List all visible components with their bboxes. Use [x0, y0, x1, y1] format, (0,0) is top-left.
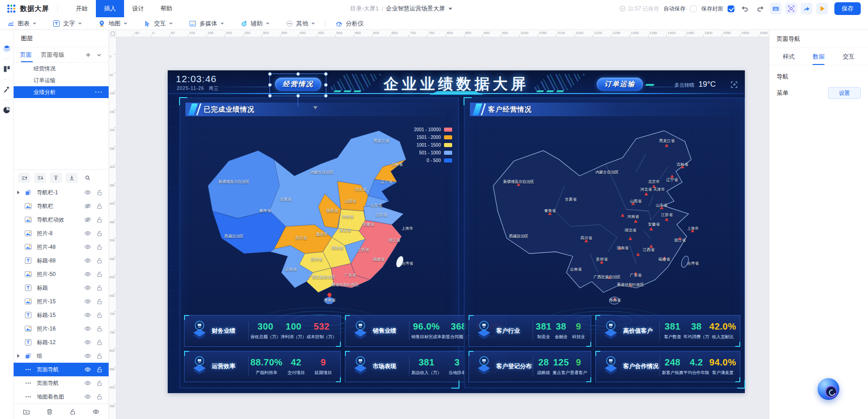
visibility-on-icon[interactable]: [84, 352, 91, 360]
menubar-menu[interactable]: 开始: [68, 0, 96, 17]
page-item[interactable]: 经营情况: [14, 63, 109, 74]
layer-row[interactable]: 标题-15: [14, 308, 109, 322]
stat-card[interactable]: 客户登记分布28战略级125重点客户9普通客户: [469, 351, 591, 383]
insert-tool-7[interactable]: 其他: [286, 20, 315, 28]
assistant-button[interactable]: [818, 378, 839, 400]
layer-row[interactable]: 页面导航: [14, 376, 109, 390]
breadcrumb-current[interactable]: 企业智慧运营场景大屏: [386, 5, 445, 13]
unlock-icon[interactable]: [96, 366, 103, 373]
breadcrumb[interactable]: 目录-大屏1 / 企业智慧运营场景大屏: [350, 0, 452, 17]
choropleth-map-china[interactable]: 黑龙江省内蒙古自治区吉林省辽宁省新疆维吾尔自治区甘肃省青海省西藏自治区四川省云南…: [190, 118, 449, 312]
visibility-off-icon[interactable]: [84, 216, 91, 223]
layer-row[interactable]: 标题-88: [14, 254, 109, 267]
selection-handle[interactable]: [268, 83, 272, 87]
autosave-checkbox[interactable]: [690, 5, 697, 12]
caret-right-icon[interactable]: [17, 354, 23, 358]
unlock-icon[interactable]: [96, 298, 103, 305]
unlock-icon[interactable]: [96, 325, 103, 332]
page-item[interactable]: 订单运输: [14, 74, 109, 86]
selection-handle[interactable]: [268, 72, 272, 76]
send-back-icon[interactable]: [66, 173, 78, 183]
panel-completed-performance[interactable]: 已完成业绩情况 2001 - 100001501 - 20001001 - 15…: [180, 98, 459, 388]
selection-box[interactable]: [269, 74, 326, 96]
insert-tool-2[interactable]: 文字: [53, 20, 82, 28]
layer-row[interactable]: 照片-48: [14, 240, 109, 254]
caret-right-icon[interactable]: [17, 191, 23, 194]
design-canvas[interactable]: -500501001502002503003504004505005506006…: [109, 30, 769, 419]
visibility-on-icon[interactable]: [84, 339, 91, 346]
move-up-icon[interactable]: [18, 173, 30, 183]
trash-icon[interactable]: [46, 408, 53, 415]
save-cover-checkbox[interactable]: [728, 5, 734, 12]
stat-card[interactable]: 运营效率88.70%产能利用率42交付项目9延期项目: [184, 351, 341, 383]
redo-icon[interactable]: [754, 3, 766, 15]
visibility-on-icon[interactable]: [84, 271, 91, 278]
insert-tool-1[interactable]: 图表: [7, 20, 36, 28]
layer-row[interactable]: 导航栏动效: [14, 213, 109, 227]
insert-tool-6[interactable]: 辅助: [240, 20, 269, 28]
unlock-icon[interactable]: [96, 393, 103, 400]
layers-tab[interactable]: 页面: [20, 47, 32, 62]
folder-add-icon[interactable]: [23, 408, 30, 415]
layer-row[interactable]: 导航栏: [14, 199, 109, 213]
eye-icon[interactable]: [92, 408, 100, 415]
menubar-menu[interactable]: 帮助: [152, 0, 180, 17]
unlock-icon[interactable]: [96, 284, 103, 291]
unlock-icon[interactable]: [96, 202, 103, 210]
layer-row[interactable]: 标题-12: [14, 335, 109, 349]
stat-card[interactable]: 客户行业381制造业38金融业9科技业: [469, 315, 591, 347]
pie-chart-icon[interactable]: [3, 106, 11, 114]
more-options-icon[interactable]: ···: [95, 89, 103, 95]
visibility-on-icon[interactable]: [84, 284, 91, 291]
ruler-corner[interactable]: [109, 30, 116, 37]
unlock-icon[interactable]: [96, 189, 103, 196]
visibility-on-icon[interactable]: [84, 257, 91, 264]
visibility-on-icon[interactable]: [84, 393, 91, 400]
share-icon[interactable]: [801, 3, 813, 15]
insert-tool-5[interactable]: 多媒体: [189, 20, 224, 28]
chevron-down-icon[interactable]: [449, 8, 452, 10]
undo-icon[interactable]: [739, 3, 751, 15]
layer-row[interactable]: 地图着色图: [14, 390, 109, 404]
move-down-icon[interactable]: [34, 173, 46, 183]
menubar-menu[interactable]: 设计: [124, 0, 152, 17]
unlock-icon[interactable]: [96, 271, 103, 278]
layer-row[interactable]: 组: [14, 349, 109, 363]
unlock-icon[interactable]: [96, 352, 103, 360]
visibility-on-icon[interactable]: [84, 311, 91, 319]
layer-row[interactable]: 照片-8: [14, 227, 109, 240]
bring-front-icon[interactable]: [50, 173, 62, 183]
insert-tool-8[interactable]: 分析仪: [335, 20, 364, 28]
layer-row[interactable]: 照片-50: [14, 267, 109, 281]
insert-tool-3[interactable]: 地图: [98, 20, 127, 28]
visibility-on-icon[interactable]: [84, 366, 91, 373]
visibility-on-icon[interactable]: [84, 243, 91, 251]
stat-card[interactable]: 财务业绩300营收总额（万）100净利润（万）532成本控制（万）: [184, 315, 341, 347]
page-item[interactable]: 业绩分析···: [14, 86, 109, 98]
layers-tab[interactable]: 页面母版: [41, 47, 65, 62]
save-button[interactable]: 保存: [834, 2, 861, 15]
keyboard-icon[interactable]: [770, 3, 782, 15]
settings-button[interactable]: 设置: [828, 87, 861, 99]
magic-wand-icon[interactable]: [3, 85, 11, 94]
panel-customer-operation[interactable]: 客户经营情况 黑龙江省内蒙古自治区吉林省辽宁省北京市天津市新疆维吾尔自治区甘肃省…: [464, 98, 745, 388]
visibility-on-icon[interactable]: [84, 230, 91, 237]
add-page-icon[interactable]: [85, 52, 91, 58]
layer-row[interactable]: 页面导航: [14, 363, 109, 376]
breadcrumb-parent[interactable]: 目录-大屏1: [350, 5, 379, 13]
chevron-down-icon[interactable]: [96, 52, 102, 58]
visibility-on-icon[interactable]: [84, 298, 91, 305]
widgets-icon[interactable]: [3, 65, 11, 73]
unlock-icon[interactable]: [96, 257, 103, 264]
menubar-menu[interactable]: 插入: [96, 0, 124, 17]
layer-row[interactable]: 照片-15: [14, 295, 109, 308]
layer-row[interactable]: 照片-16: [14, 322, 109, 335]
unlock-icon[interactable]: [96, 339, 103, 346]
insert-tool-4[interactable]: 交互: [144, 20, 173, 28]
marker-map-china[interactable]: 黑龙江省内蒙古自治区吉林省辽宁省北京市天津市新疆维吾尔自治区甘肃省青海省西藏自治…: [474, 118, 734, 312]
properties-tab[interactable]: 交互: [841, 48, 856, 65]
unlock-icon[interactable]: [96, 243, 103, 251]
selection-handle[interactable]: [324, 72, 328, 76]
dashboard-canvas[interactable]: 12:03:46 2025-11-26周三 经营情况 企业业绩数据大屏 订单运输…: [168, 70, 745, 393]
visibility-off-icon[interactable]: [84, 202, 91, 210]
